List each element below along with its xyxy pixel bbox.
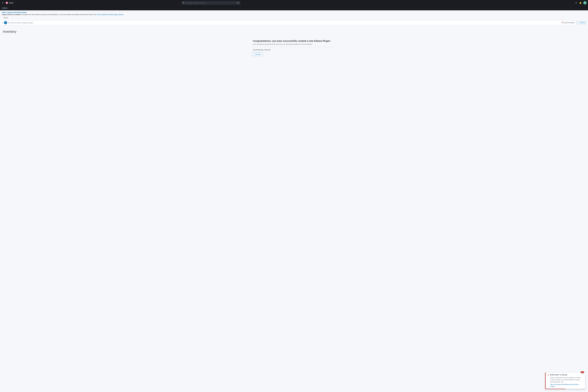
congratulations-subtext: Look through the generated code and chec… [253, 43, 335, 45]
page-title: Inventory [3, 30, 585, 34]
svg-point-2 [6, 3, 8, 4]
toast-close-button[interactable]: × [582, 374, 583, 376]
search-icon: 🔍 [183, 2, 184, 4]
search-input[interactable] [181, 1, 240, 4]
toast-header: ⊘ 'EuiProvider' is missing × [547, 374, 583, 376]
toast-count: 101 [580, 371, 584, 373]
top-nav: ☰ elastic 🔍 ⌘/ ⚙ 🔔 D [0, 0, 588, 6]
banner-title[interactable]: Help us improve the Elastic Stack [2, 12, 586, 13]
banner-collection-status: Usage collection is enabled. [2, 14, 21, 16]
toast-scroll-indicator [546, 389, 585, 389]
refresh-button[interactable]: ↻ Refresh [577, 21, 586, 24]
global-search-bar[interactable]: 🔍 ⌘/ [181, 1, 240, 4]
dismiss-button[interactable]: Dismiss [2, 16, 10, 19]
toast-error-icon: ⊘ [547, 374, 549, 376]
banner: Help us improve the Elastic Stack Usage … [0, 10, 588, 20]
content-area: Congratulations, you have successfully c… [253, 37, 335, 56]
second-nav: Kibana [0, 6, 588, 10]
menu-icon: ☰ [2, 2, 4, 4]
refresh-icon: ↻ [578, 22, 579, 24]
time-range-label: Last 15 minutes [564, 22, 574, 24]
kibana-breadcrumb[interactable]: Kibana [2, 7, 8, 9]
user-initial: D [584, 2, 585, 4]
integrations-button[interactable]: ⚙ [574, 1, 578, 5]
bell-icon: 🔔 [579, 2, 582, 4]
toast-title: 'EuiProvider' is missing [550, 374, 581, 376]
chevron-down-icon: ▾ [2, 22, 3, 24]
date-picker-button[interactable]: 📅 Last 15 minutes ▾ [561, 21, 576, 24]
banner-body-text: This allows us to learn what our users a… [21, 14, 96, 16]
timestamp-label: Last timestamp: Unknown [253, 49, 335, 51]
elastic-logo-icon [6, 2, 8, 4]
privacy-link[interactable]: Privacy Statement [97, 14, 108, 16]
calendar-icon: 📅 [562, 22, 564, 24]
toast-body: Kibana components must be wrapped in a R… [547, 376, 583, 388]
kql-placeholder: Filter your data using KQL syntax [11, 22, 33, 24]
menu-button[interactable]: ☰ [2, 1, 4, 4]
integrations-icon: ⚙ [575, 2, 577, 4]
filter-options-icon: D [5, 22, 6, 24]
banner-description: Usage collection is enabled. This allows… [2, 14, 586, 16]
kql-search-icon: 🔍 [8, 22, 10, 24]
elastic-logo: elastic [6, 2, 14, 4]
congratulations-heading: Congratulations, you have successfully c… [253, 40, 335, 42]
toast-link[interactable]: https://docs.elastic.dev/kibana-dev-docs… [550, 384, 583, 388]
filter-toggle-button[interactable]: ▾ [2, 22, 3, 24]
time-caret-icon: ▾ [574, 22, 575, 24]
toast-container: 101 ⊘ 'EuiProvider' is missing × Kibana … [545, 372, 585, 389]
toast-body-text: Kibana components must be wrapped in a R… [550, 377, 580, 383]
notifications-button[interactable]: 🔔 [578, 1, 582, 5]
refresh-label: Refresh [580, 22, 585, 24]
get-data-button[interactable]: Get data [253, 52, 263, 56]
svg-point-1 [6, 2, 8, 3]
kql-filter-input[interactable]: 🔍 Filter your data using KQL syntax [8, 22, 560, 24]
time-filter-area: 📅 Last 15 minutes ▾ ↻ Refresh [561, 21, 586, 24]
toast-notification: 101 ⊘ 'EuiProvider' is missing × Kibana … [545, 372, 585, 389]
disable-collection-link[interactable]: Disable usage collection. [108, 14, 124, 16]
main-content: Inventory Congratulations, you have succ… [0, 25, 588, 96]
filter-bar: ▾ D 🔍 Filter your data using KQL syntax … [0, 20, 588, 25]
filter-options-button[interactable]: D [4, 21, 7, 24]
elastic-logo-text: elastic [9, 2, 14, 4]
user-avatar[interactable]: D [583, 1, 586, 4]
nav-right-actions: ⚙ 🔔 D [574, 1, 586, 5]
search-shortcut: ⌘/ [237, 2, 239, 4]
